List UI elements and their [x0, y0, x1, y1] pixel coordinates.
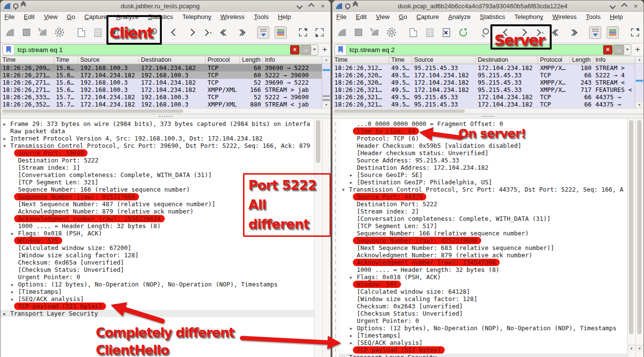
go-back-button[interactable] — [501, 27, 512, 38]
detail-line[interactable]: ▶[SEQ/ACK analysis] — [339, 339, 627, 346]
detail-line[interactable]: [Calculated window size: 67200] — [0, 244, 314, 251]
detail-line[interactable]: Urgent Pointer: 0 — [339, 317, 627, 324]
colorize-button[interactable] — [607, 26, 619, 39]
menu-item-edit[interactable]: Edit — [24, 13, 35, 20]
scroll-down-icon[interactable]: ▼ — [627, 345, 635, 352]
detail-line[interactable]: Source Address: 95.215.45.33 — [339, 157, 627, 164]
display-filter-input[interactable]: tcp.stream eq 2 — [347, 46, 603, 54]
detail-line[interactable]: Header Checksum: 0x59b5 [validation disa… — [339, 142, 627, 149]
detail-line[interactable]: Acknowledgment Number: 879 (relative ack… — [339, 251, 627, 259]
detail-line[interactable]: Raw packet data — [0, 127, 314, 135]
tree-collapsed-icon[interactable]: ▶ — [11, 296, 18, 303]
close-file-button[interactable] — [109, 27, 120, 38]
close-window-button[interactable]: × — [631, 1, 640, 10]
packet-row[interactable]: 18:26:26,352…15.7…172.104.234.182192.168… — [0, 101, 322, 108]
menu-item-analyze[interactable]: Analyze — [116, 13, 139, 20]
detail-line[interactable]: ▼Transmission Control Protocol, Src Port… — [339, 186, 627, 193]
menu-item-analyze[interactable]: Analyze — [448, 13, 470, 20]
column-header-length[interactable]: Length — [570, 56, 593, 64]
detail-line[interactable]: [Window size scaling factor: 128] — [0, 251, 314, 259]
tree-collapsed-icon[interactable]: ▶ — [350, 274, 357, 281]
detail-line[interactable]: ▶Frame 29: 373 bytes on wire (2984 bits)… — [0, 120, 314, 127]
detail-line[interactable]: [Stream index: 2] — [339, 208, 627, 215]
packet-list-scrollbar[interactable]: ▲ ▼ — [635, 56, 644, 108]
menu-item-wireless[interactable]: Wireless — [553, 13, 577, 20]
column-header-time[interactable]: Time — [389, 56, 412, 64]
shade-icon[interactable] — [21, 2, 25, 9]
detail-line[interactable]: ▶[SEQ/ACK analysis] — [0, 295, 314, 303]
menu-item-view[interactable]: View — [376, 13, 389, 20]
tree-collapsed-icon[interactable]: ▶ — [11, 288, 18, 295]
pin-icon[interactable] — [13, 3, 18, 9]
auto-scroll-button[interactable] — [257, 26, 269, 39]
go-forward-button[interactable] — [518, 27, 529, 38]
filter-dropdown-caret[interactable] — [624, 45, 631, 55]
detail-line[interactable]: Window: 525 — [0, 237, 314, 244]
details-scrollbar[interactable]: ▼ — [627, 119, 635, 357]
open-file-button[interactable] — [408, 27, 419, 38]
filter-clear-button[interactable]: × — [603, 45, 612, 54]
capture-options-button[interactable] — [54, 27, 65, 38]
go-first-button[interactable] — [219, 27, 230, 38]
detail-line[interactable]: Sequence Number (raw): 915317060 — [0, 193, 314, 200]
close-file-button[interactable] — [441, 27, 452, 38]
tree-collapsed-icon[interactable]: ▶ — [3, 310, 10, 317]
go-first-button[interactable] — [551, 27, 562, 38]
maximize-button[interactable] — [620, 1, 628, 10]
detail-line[interactable]: ...0 0000 0000 0000 = Fragment Offset: 0 — [339, 120, 627, 127]
titlebar[interactable]: dusk.pcap_ad6b24b6cc4a4cd793a930460b5a6f… — [332, 0, 644, 12]
detail-line[interactable]: ▶[Destination GeoIP: Philadelphia, US] — [339, 178, 627, 186]
restart-capture-button[interactable] — [37, 27, 49, 38]
menu-item-statistics[interactable]: Statistics — [480, 13, 505, 20]
column-header-info[interactable]: Info — [263, 56, 322, 64]
filter-bookmark-icon[interactable] — [3, 45, 15, 55]
detail-line[interactable]: Urgent Pointer: 0 — [0, 273, 314, 281]
detail-line[interactable]: Checksum: 0x2643 [unverified] — [339, 303, 627, 310]
packet-list-hscrollbar[interactable] — [332, 108, 644, 114]
detail-line[interactable]: Destination Port: 5222 — [0, 157, 314, 164]
detail-line[interactable]: [TCP Segment Len: 517] — [339, 222, 627, 230]
menu-item-file[interactable]: File — [336, 13, 347, 20]
detail-line[interactable]: ▶Flags: 0x018 (PSH, ACK) — [0, 230, 314, 237]
packet-list-scrollbar[interactable]: ▲ ▼ — [322, 56, 331, 108]
detail-line[interactable]: Acknowledgment number (raw): 1556236624 — [0, 215, 314, 222]
colorize-button[interactable] — [275, 26, 287, 39]
filter-bookmark-icon[interactable] — [335, 45, 347, 55]
detail-line[interactable]: ▶[Timestamps] — [339, 332, 627, 339]
go-last-button[interactable] — [235, 27, 246, 38]
menu-item-capture[interactable]: Capture — [417, 13, 439, 20]
scroll-up-icon[interactable]: ▲ — [635, 56, 644, 63]
go-to-packet-button[interactable] — [534, 27, 545, 38]
packet-row[interactable]: 18:26:26,321…49.5…95.215.45.33172.104.23… — [332, 93, 635, 101]
detail-line[interactable]: [Conversation completeness: Complete, WI… — [0, 171, 314, 178]
display-filter-field[interactable]: tcp.stream eq 1 × → — [2, 44, 318, 55]
minimize-button[interactable] — [608, 1, 617, 10]
menu-item-go[interactable]: Go — [399, 13, 407, 20]
auto-scroll-button[interactable] — [589, 26, 601, 39]
tree-collapsed-icon[interactable]: ▶ — [350, 325, 357, 332]
detail-line[interactable]: 1000 .... = Header Length: 32 bytes (8) — [0, 222, 314, 230]
detail-line[interactable]: Sequence Number: 166 (relative sequence … — [339, 230, 627, 237]
capture-options-button[interactable] — [386, 27, 397, 38]
tree-expanded-icon[interactable]: ▼ — [3, 143, 10, 149]
close-window-button[interactable]: × — [318, 1, 327, 10]
detail-line[interactable]: ▶Internet Protocol Version 4, Src: 192.1… — [0, 135, 314, 142]
packet-row[interactable]: 18:26:26,320…49.5…172.104.234.18295.215.… — [332, 71, 635, 79]
detail-line[interactable]: [Header checksum status: Unverified] — [339, 149, 627, 157]
column-header-protocol[interactable]: Protocol — [206, 56, 240, 64]
detail-line[interactable]: [Checksum Status: Unverified] — [0, 266, 314, 273]
scroll-down-icon[interactable]: ▼ — [636, 345, 644, 352]
detail-line[interactable]: TCP payload (321 bytes) — [0, 303, 314, 310]
detail-line[interactable]: ▶Flags: 0x018 (PSH, ACK) — [339, 273, 627, 281]
open-file-button[interactable] — [76, 27, 87, 38]
restart-capture-button[interactable] — [369, 27, 381, 38]
tree-expanded-icon[interactable]: ▼ — [342, 186, 349, 193]
display-filter-field[interactable]: tcp.stream eq 2 × → — [334, 44, 631, 55]
filter-add-button[interactable]: + — [634, 45, 642, 54]
detail-line[interactable]: Destination Address: 172.104.234.182 — [339, 164, 627, 171]
packet-list-hscrollbar[interactable] — [0, 108, 331, 114]
menu-item-statistics[interactable]: Statistics — [148, 13, 173, 20]
detail-line[interactable]: [Calculated window size: 64128] — [339, 288, 627, 295]
tree-collapsed-icon[interactable]: ▶ — [350, 179, 357, 186]
find-packet-button[interactable] — [479, 27, 490, 38]
